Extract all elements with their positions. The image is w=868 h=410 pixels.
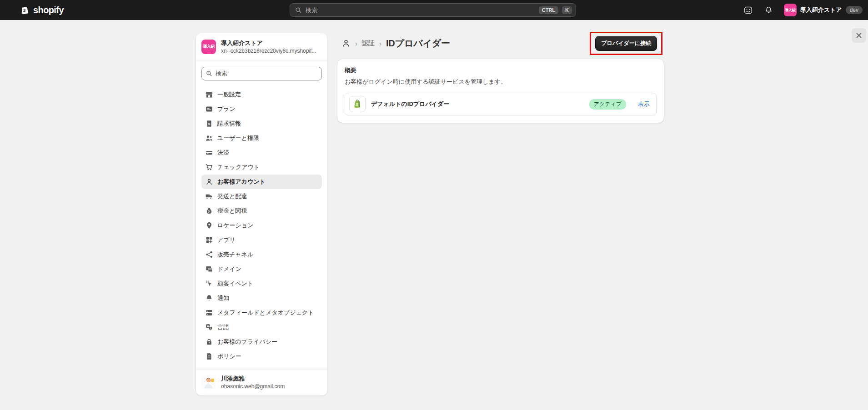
shortcut-key-ctrl: CTRL (539, 6, 558, 14)
sidebar-item-label: ユーザーと権限 (217, 134, 259, 142)
shopify-wordmark: shopify (33, 5, 64, 15)
sidebar-item-label: 顧客イベント (217, 280, 253, 288)
sidebar-item-label: 言語 (217, 323, 229, 331)
user-avatar (201, 375, 216, 390)
sidebar-item-locations[interactable]: ロケーション (201, 218, 322, 233)
sidebar-item-general[interactable]: 一般設定 (201, 87, 322, 102)
connect-provider-button[interactable]: プロバイダーに接続 (595, 36, 657, 51)
billing-icon: $ (205, 120, 213, 128)
sidebar-item-checkout[interactable]: チェックアウト (201, 160, 322, 175)
sidebar-item-label: アプリ (217, 236, 236, 244)
plan-icon (205, 105, 213, 113)
sidebar-search-input[interactable] (216, 70, 318, 77)
sidebar-item-label: ロケーション (217, 221, 254, 230)
bell-icon[interactable] (763, 5, 774, 15)
svg-text:S: S (23, 8, 26, 13)
apps-icon (205, 236, 213, 244)
sidebar-item-label: 一般設定 (217, 90, 241, 99)
user-name: 川添彪雅 (221, 375, 285, 383)
breadcrumb-separator: › (355, 40, 357, 47)
overview-card: 概要 お客様がログイン時に使用する認証サービスを管理します。 S デフォルトのI… (337, 59, 664, 123)
shopify-bag-icon: S (19, 5, 30, 15)
sidebar-store-domain: xn--cck2b3bz16rezc20viy8c.myshopif... (221, 47, 316, 55)
svg-text:$: $ (208, 122, 211, 126)
shopify-logo[interactable]: S shopify (19, 0, 64, 20)
close-settings-button[interactable] (852, 28, 866, 43)
sidebar-item-metafields[interactable]: メタフィールドとメタオブジェクト (201, 305, 322, 320)
card-title: 概要 (345, 66, 657, 75)
sidebar-item-label: 決済 (217, 149, 229, 157)
sidebar-item-label: ポリシー (217, 352, 241, 360)
payments-icon (205, 149, 213, 157)
policy-icon (205, 352, 213, 360)
red-highlight-annotation: プロバイダーに接続 (590, 32, 662, 55)
card-description: お客様がログイン時に使用する認証サービスを管理します。 (345, 78, 657, 86)
main-content: › 認証 › IDプロバイダー プロバイダーに接続 概要 お客様がログイン時に使… (337, 34, 664, 123)
sidebar-item-payments[interactable]: 決済 (201, 145, 322, 160)
lock-icon (205, 338, 213, 346)
sidekick-face-icon[interactable] (743, 5, 754, 15)
person-icon[interactable] (341, 39, 351, 48)
provider-row: S デフォルトのIDプロバイダー アクティブ 表示 (345, 93, 657, 115)
sidebar-store-header: 導入紹 導入紹介ストア xn--cck2b3bz16rezc20viy8c.my… (196, 33, 327, 60)
sidebar-item-label: 発送と配達 (217, 192, 247, 200)
topbar-right-cluster: 導入紹 導入紹介ストア dev (743, 0, 863, 20)
topbar: S shopify CTRL K (0, 0, 868, 20)
translate-icon: A文 (205, 323, 213, 331)
sidebar-item-users-permissions[interactable]: ユーザーと権限 (201, 131, 322, 145)
store-avatar: 導入紹 (201, 40, 216, 54)
provider-name: デフォルトのIDプロバイダー (371, 100, 584, 108)
shopify-bag-icon: S (349, 96, 366, 112)
store-menu-button[interactable]: 導入紹 導入紹介ストア dev (784, 4, 863, 16)
shortcut-key-k: K (562, 6, 572, 14)
sidebar-user[interactable]: 川添彪雅 ohasonic.web@gmail.com (196, 370, 327, 395)
metafields-icon (205, 309, 213, 317)
domains-icon (205, 265, 213, 273)
bell-icon (205, 294, 213, 302)
sidebar-item-label: チェックアウト (217, 163, 260, 171)
sidebar-item-billing[interactable]: $請求情報 (201, 116, 322, 131)
settings-sidebar: 導入紹 導入紹介ストア xn--cck2b3bz16rezc20viy8c.my… (196, 33, 327, 395)
sidebar-item-policies[interactable]: ポリシー (201, 349, 322, 364)
env-badge: dev (846, 6, 863, 14)
sidebar-store-name: 導入紹介ストア (221, 39, 316, 47)
sidebar-item-notifications[interactable]: 通知 (201, 291, 322, 305)
users-icon (205, 134, 213, 142)
location-pin-icon (205, 221, 213, 230)
sidebar-item-plan[interactable]: プラン (201, 102, 322, 116)
sidebar-search (196, 60, 327, 83)
sidebar-item-label: お客様のプライバシー (217, 338, 277, 346)
sidebar-item-label: 税金と関税 (217, 207, 247, 215)
sidebar-item-customer-accounts[interactable]: お客様アカウント (201, 175, 322, 189)
sidebar-item-label: プラン (217, 105, 236, 113)
svg-text:S: S (356, 102, 358, 107)
sidebar-item-sales-channels[interactable]: 販売チャネル (201, 247, 322, 262)
sidebar-item-label: 通知 (217, 294, 229, 302)
sidebar-item-shipping[interactable]: 発送と配達 (201, 189, 322, 204)
global-search-input[interactable] (306, 7, 535, 14)
sidebar-item-languages[interactable]: A文言語 (201, 320, 322, 335)
store-avatar: 導入紹 (784, 4, 797, 16)
view-link[interactable]: 表示 (638, 100, 650, 108)
storefront-icon (205, 90, 213, 99)
sidebar-item-label: 販売チャネル (217, 250, 253, 259)
page-title: IDプロバイダー (386, 37, 450, 50)
search-icon (206, 70, 212, 77)
breadcrumb-link-auth[interactable]: 認証 (362, 39, 375, 47)
sidebar-item-apps[interactable]: アプリ (201, 233, 322, 247)
sidebar-item-customer-events[interactable]: 顧客イベント (201, 276, 322, 291)
cursor-click-icon (205, 280, 213, 288)
sidebar-search-box[interactable] (201, 67, 322, 80)
sidebar-item-taxes[interactable]: 税金と関税 (201, 204, 322, 218)
sidebar-item-label: 請求情報 (217, 120, 241, 128)
store-name: 導入紹介ストア (800, 6, 842, 14)
sidebar-item-label: ドメイン (217, 265, 241, 273)
user-email: ohasonic.web@gmail.com (221, 383, 285, 390)
sidebar-item-customer-privacy[interactable]: お客様のプライバシー (201, 335, 322, 349)
global-search[interactable]: CTRL K (290, 3, 576, 17)
channels-icon (205, 250, 213, 259)
sidebar-item-domains[interactable]: ドメイン (201, 262, 322, 276)
close-icon (856, 32, 862, 39)
sidebar-item-label: メタフィールドとメタオブジェクト (217, 309, 314, 317)
breadcrumb: › 認証 › IDプロバイダー (337, 37, 450, 50)
